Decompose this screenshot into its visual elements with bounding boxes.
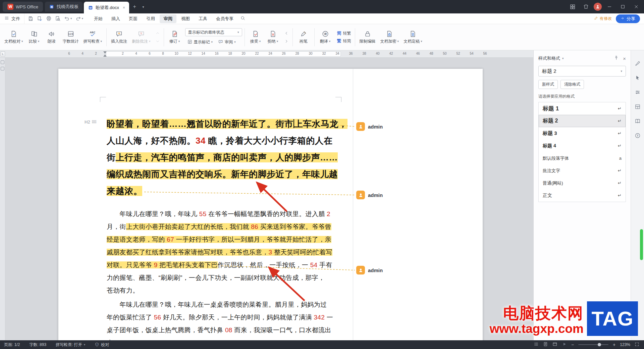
spell-check-status[interactable]: 拼写检查: 打开▾ <box>56 342 85 348</box>
document-tab[interactable]: 稻找稿壳模板 <box>45 2 83 12</box>
save-button[interactable] <box>26 15 35 23</box>
min-icon <box>607 4 612 9</box>
clear-format-button[interactable]: 清除格式 <box>560 80 584 89</box>
show-markup-button[interactable]: 显示标记▾ <box>185 38 215 46</box>
modified-indicator[interactable]: 有修改 <box>594 16 612 21</box>
style-item-4[interactable]: 标题 4↵ <box>539 140 626 152</box>
ribbon-tab-item[interactable]: 开始 <box>90 14 107 23</box>
pin-icon[interactable] <box>614 55 619 61</box>
style-item-1[interactable]: 标题 1↵ <box>539 102 626 115</box>
close-window-button[interactable] <box>631 2 642 11</box>
window-layout-button[interactable] <box>567 2 578 11</box>
new-style-button[interactable]: 新样式 <box>538 80 558 89</box>
zoom-slider[interactable] <box>578 344 608 345</box>
file-menu-button[interactable]: 文件 <box>0 13 24 24</box>
ribbon-tab-item[interactable]: 插入 <box>107 14 124 23</box>
outline-view-button[interactable] <box>534 342 539 348</box>
green-scrollbar-thumb[interactable] <box>640 229 643 260</box>
full-screen-play-button[interactable] <box>562 342 567 348</box>
ribbon-tab-active[interactable]: 审阅 <box>160 14 176 23</box>
ribbon-tab-item[interactable]: 页面 <box>125 14 142 23</box>
minimize-button[interactable] <box>604 2 615 11</box>
chevron-down-icon[interactable]: ▾ <box>562 57 564 60</box>
comment-marker[interactable]: admin <box>356 122 383 131</box>
document-page[interactable]: 盼望着，盼望着……翘首以盼的新年近了。街市上车水马龙，人山人海，好不热闹。34 … <box>58 69 353 340</box>
hanging-indent-marker[interactable] <box>103 54 107 57</box>
insert-comment-button[interactable]: 插入批注 <box>109 29 129 46</box>
accept-revision-button[interactable]: 接受▾ <box>247 29 264 46</box>
wps-home-button[interactable]: W WPS Office <box>3 2 43 12</box>
tab-stop-selector[interactable]: L <box>1 51 5 56</box>
read-aloud-button[interactable]: 朗读 <box>43 29 60 46</box>
style-item-2[interactable]: 标题 2↵ <box>539 115 626 127</box>
next-change-button[interactable] <box>283 38 290 45</box>
maximize-button[interactable] <box>617 2 629 11</box>
translate-button[interactable]: 译翻译▾ <box>317 29 334 46</box>
redo-button[interactable]: ▾ <box>74 15 85 23</box>
zoom-level[interactable]: 123% <box>620 342 630 347</box>
reject-revision-button[interactable]: 拒绝▾ <box>265 29 281 46</box>
svg-text:W: W <box>89 6 92 9</box>
select-tool-button[interactable] <box>633 73 642 82</box>
style-item-8[interactable]: 正文↵ <box>539 189 626 202</box>
style-item-6[interactable]: 批注文字↵ <box>539 164 626 177</box>
share-button[interactable]: 分享 <box>616 14 640 23</box>
style-item-7[interactable]: 普通(网站)↵ <box>539 177 626 189</box>
close-panel-icon[interactable]: × <box>623 56 626 61</box>
print-layout-view-button[interactable] <box>543 342 548 348</box>
document-tab[interactable]: W盼望着.docx× <box>84 2 129 13</box>
search-icon[interactable] <box>240 15 246 22</box>
close-tab-icon[interactable]: × <box>123 5 125 10</box>
output-button[interactable] <box>36 15 44 23</box>
word-count-button[interactable]: 123字数统计 <box>61 29 81 46</box>
track-changes-button[interactable]: 修订▾ <box>166 29 183 46</box>
reading-tools-button[interactable] <box>633 117 642 126</box>
ribbon-tab-item[interactable]: 视图 <box>177 14 194 23</box>
page-indicator[interactable]: 页面: 1/2 <box>4 342 20 348</box>
zoom-slider-thumb[interactable] <box>598 343 601 346</box>
horizontal-ruler[interactable]: L 64224681012141618202224262830323436384… <box>0 50 533 58</box>
ribbon-tab-item[interactable]: 工具 <box>195 14 211 23</box>
comment-marker[interactable]: admin <box>356 191 383 199</box>
print-preview-button[interactable] <box>54 15 62 23</box>
ribbon-tab-item[interactable]: 会员专享 <box>212 14 237 23</box>
encrypt-document-button[interactable]: 文档加密▾ <box>378 29 401 46</box>
word-count[interactable]: 字数: 893 <box>29 342 46 348</box>
to-simplified-button[interactable]: 繁转简 <box>336 38 353 44</box>
user-avatar[interactable] <box>594 3 602 11</box>
zoom-out-button[interactable]: − <box>571 342 574 347</box>
commenter-avatar <box>356 266 365 275</box>
finalize-document-button[interactable]: 文档定稿▾ <box>401 29 424 46</box>
first-line-indent-marker[interactable] <box>103 51 107 54</box>
layout-options-button[interactable] <box>633 102 642 111</box>
print-button[interactable] <box>45 15 53 23</box>
to-traditional-button[interactable]: 简转繁 <box>336 30 353 37</box>
navigation-icon[interactable] <box>1 67 4 70</box>
undo-button[interactable]: ▾ <box>63 15 73 23</box>
web-layout-view-button[interactable] <box>552 342 557 348</box>
help-button[interactable]: ? <box>633 131 642 140</box>
file-menu-label: 文件 <box>11 16 20 22</box>
style-item-3[interactable]: 标题 3↵ <box>539 127 626 140</box>
format-painter-button[interactable] <box>633 59 642 68</box>
review-button[interactable]: 审阅▾ <box>216 38 238 46</box>
comment-marker[interactable]: admin <box>356 266 383 275</box>
new-tab-button[interactable]: + <box>130 3 139 11</box>
bookmark-icon[interactable] <box>1 60 4 64</box>
doc-proof-button[interactable]: 文档校对▾ <box>2 29 25 46</box>
theme-skin-button[interactable] <box>580 2 592 11</box>
proofread[interactable]: 校对 <box>95 342 109 348</box>
style-item-5[interactable]: 默认段落字体a <box>539 152 626 164</box>
spell-check-button[interactable]: ABC拼写检查▾ <box>82 29 104 46</box>
markup-state-dropdown[interactable]: 显示标记的最终状态▾ <box>185 28 242 36</box>
fit-page-icon[interactable] <box>635 342 639 348</box>
restrict-editing-button[interactable]: 限制编辑 <box>358 29 378 46</box>
ink-pen-button[interactable]: 画笔 <box>295 29 312 46</box>
tab-list-dropdown[interactable]: ▾ <box>139 3 147 11</box>
compare-button[interactable]: 比较▾ <box>26 29 43 46</box>
ribbon-tab-item[interactable]: 引用 <box>142 14 159 23</box>
zoom-in-button[interactable]: + <box>613 342 615 347</box>
prev-change-button[interactable] <box>283 30 290 37</box>
current-style-dropdown[interactable]: 标题 2 ▾ <box>538 66 626 77</box>
properties-button[interactable] <box>633 88 642 97</box>
